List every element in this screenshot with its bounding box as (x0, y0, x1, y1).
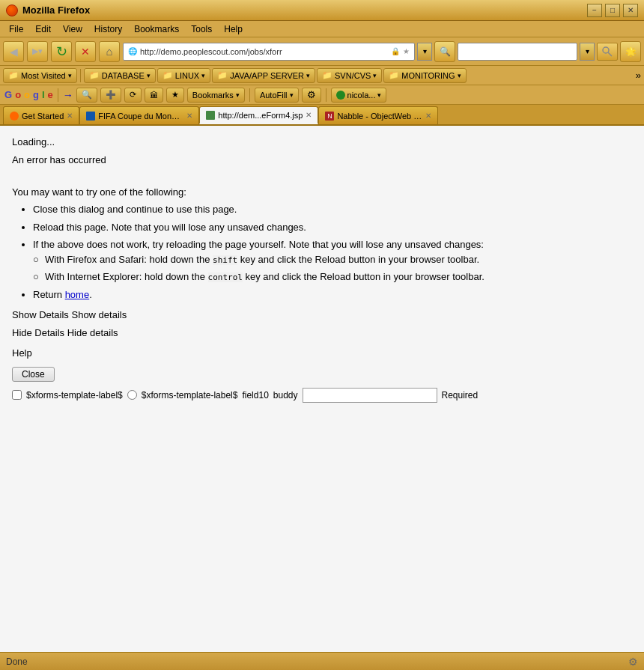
tab-close-2[interactable]: ✕ (306, 111, 312, 119)
google-brand4: g (33, 89, 39, 100)
sub-suggestion-1: With Internet Explorer: hold down the co… (33, 269, 632, 284)
tab-label-0: Get Started (22, 112, 64, 121)
form-required: Required (442, 389, 479, 402)
forward-button[interactable]: ▶▾ (27, 41, 48, 62)
monitoring-icon: 📁 (389, 70, 399, 80)
bookmarks-btn[interactable]: Bookmarks ▾ (187, 88, 245, 103)
close-window-button[interactable]: ✕ (623, 4, 638, 17)
suggestions-list: Close this dialog and continue to use th… (33, 202, 632, 302)
tab-favicon-3: N (325, 112, 334, 121)
error-title: An error has occurred (12, 153, 632, 168)
tab-demo[interactable]: http://dem...eForm4.jsp ✕ (199, 106, 318, 124)
close-button[interactable]: Close (12, 367, 55, 382)
svn-dropdown[interactable]: ▾ (373, 72, 377, 79)
menu-history[interactable]: History (88, 22, 128, 36)
form-radio[interactable] (127, 390, 137, 400)
monitoring-dropdown[interactable]: ▾ (458, 72, 461, 79)
user-menu[interactable]: nicola... ▾ (331, 88, 387, 103)
menu-bar: File Edit View History Bookmarks Tools H… (0, 21, 644, 37)
star-toolbar-icon[interactable]: 🌟 (620, 41, 641, 62)
maximize-button[interactable]: □ (605, 4, 620, 17)
tabs-bar: Get Started ✕ FIFA Coupe du Monde... ✕ h… (0, 105, 644, 126)
sub-suggestions: With Firefox and Safari: hold down the s… (33, 252, 632, 284)
tab-close-1[interactable]: ✕ (186, 112, 192, 120)
tab-fifa[interactable]: FIFA Coupe du Monde... ✕ (79, 106, 199, 124)
gt-settings-icon[interactable]: ⚙ (302, 88, 321, 103)
form-label-2: $xforms-template-label$ (142, 389, 238, 402)
bookmarks-more[interactable]: » (636, 70, 641, 81)
stop-button[interactable]: ✕ (75, 41, 96, 62)
java-dropdown[interactable]: ▾ (306, 72, 310, 79)
home-link[interactable]: home (65, 289, 90, 300)
database-label: DATABASE (102, 71, 145, 80)
search-dropdown[interactable]: ▾ (580, 43, 595, 61)
help-section: Help Close (12, 346, 632, 382)
most-visited-dropdown[interactable]: ▾ (68, 72, 72, 79)
linux-dropdown[interactable]: ▾ (201, 72, 205, 79)
google-home-btn[interactable]: 🏛 (145, 88, 163, 103)
google-toolbar: G o o g l e → 🔍 ➕ ⟳ 🏛 ★ Bookmarks ▾ Auto… (0, 85, 644, 105)
tab-nabble[interactable]: N Nabble - ObjectWeb O... ✕ (318, 106, 438, 124)
menu-view[interactable]: View (57, 22, 88, 36)
bookmarks-monitoring[interactable]: 📁 MONITORING ▾ (383, 68, 466, 83)
menu-tools[interactable]: Tools (185, 22, 218, 36)
google-star-btn[interactable]: ★ (166, 88, 184, 103)
hide-details[interactable]: Hide Details Hide details (12, 326, 632, 341)
form-label-1: $xforms-template-label$ (26, 389, 123, 402)
url-icon: 🌐 (128, 47, 137, 55)
form-row: $xforms-template-label$ $xforms-template… (12, 388, 632, 403)
google-brand2: o (15, 89, 21, 100)
status-icon: ⚙ (628, 656, 638, 668)
home-button[interactable]: ⌂ (99, 41, 120, 62)
window-title: Mozilla Firefox (22, 4, 90, 16)
reload-button[interactable]: ↻ (51, 41, 72, 62)
suggestion-0: Close this dialog and continue to use th… (33, 202, 632, 217)
lock-icon: 🔒 (391, 47, 400, 55)
java-label: JAVA/APP SERVER (230, 71, 304, 80)
user-dropdown[interactable]: ▾ (377, 91, 381, 99)
svn-label: SVN/CVS (335, 71, 371, 80)
address-dropdown[interactable]: ▾ (417, 43, 432, 61)
bookmarks-btn-dropdown[interactable]: ▾ (236, 91, 240, 99)
form-text-input[interactable] (303, 388, 437, 403)
suggestion-2-text: If the above does not work, try reloadin… (33, 239, 484, 250)
search-input[interactable] (458, 43, 577, 61)
show-details[interactable]: Show Details Show details (12, 308, 632, 323)
search-go-button[interactable] (597, 43, 618, 61)
nav-toolbar: ◀ ▶▾ ↻ ✕ ⌂ 🌐 http://demo.peoplescout.com… (0, 37, 644, 66)
address-bar[interactable]: 🌐 http://demo.peoplescout.com/jobs/xforr… (123, 43, 415, 61)
most-visited-icon: 📁 (8, 70, 19, 80)
form-checkbox[interactable] (12, 390, 22, 400)
bookmarks-linux[interactable]: 📁 LINUX ▾ (157, 68, 210, 83)
window-controls[interactable]: − □ ✕ (587, 4, 638, 17)
tab-close-3[interactable]: ✕ (425, 112, 431, 120)
menu-bookmarks[interactable]: Bookmarks (128, 22, 185, 36)
google-add-btn[interactable]: ➕ (100, 88, 121, 103)
autofill-label: AutoFill (260, 91, 288, 100)
database-dropdown[interactable]: ▾ (147, 72, 151, 79)
autofill-dropdown[interactable]: ▾ (290, 91, 294, 99)
autofill-btn[interactable]: AutoFill ▾ (255, 88, 299, 103)
linux-icon: 📁 (162, 70, 173, 80)
gt-sep2 (249, 88, 250, 102)
bookmarks-java[interactable]: 📁 JAVA/APP SERVER ▾ (212, 68, 315, 83)
menu-file[interactable]: File (3, 22, 29, 36)
menu-help[interactable]: Help (218, 22, 249, 36)
tab-label-2: http://dem...eForm4.jsp (218, 111, 303, 120)
tab-close-0[interactable]: ✕ (67, 112, 73, 120)
user-avatar (336, 91, 345, 100)
google-refresh-btn[interactable]: ⟳ (124, 88, 142, 103)
bookmarks-most-visited[interactable]: 📁 Most Visited ▾ (3, 68, 77, 83)
minimize-button[interactable]: − (587, 4, 602, 17)
google-sep (58, 88, 58, 102)
back-button[interactable]: ◀ (3, 41, 24, 62)
go-button[interactable]: 🔍 (434, 41, 455, 62)
bookmarks-database[interactable]: 📁 DATABASE ▾ (84, 68, 156, 83)
firefox-icon (6, 4, 18, 16)
return-item: Return home. (33, 287, 632, 302)
menu-edit[interactable]: Edit (29, 22, 57, 36)
google-search-icon-btn[interactable]: 🔍 (76, 88, 97, 103)
google-arrow[interactable]: → (63, 89, 73, 101)
tab-get-started[interactable]: Get Started ✕ (3, 106, 79, 124)
bookmarks-svn[interactable]: 📁 SVN/CVS ▾ (317, 68, 382, 83)
